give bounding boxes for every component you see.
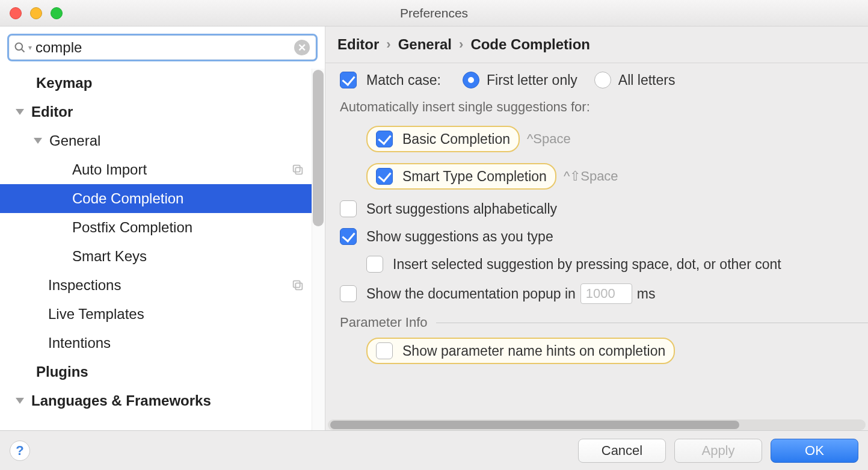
sidebar-item-postfix-completion[interactable]: Postfix Completion	[0, 213, 325, 242]
match-case-checkbox[interactable]	[340, 72, 357, 88]
first-letter-only-radio[interactable]	[463, 72, 479, 88]
insert-by-space-label: Insert selected suggestion by pressing s…	[393, 256, 781, 273]
minimize-window-button[interactable]	[30, 7, 42, 19]
smart-type-completion-shortcut: ^⇧Space	[564, 169, 618, 184]
svg-rect-2	[295, 167, 302, 174]
ok-button[interactable]: OK	[771, 439, 858, 463]
doc-popup-checkbox[interactable]	[340, 285, 357, 302]
search-dropdown-icon[interactable]: ▾	[28, 43, 32, 52]
help-button[interactable]: ?	[10, 441, 30, 461]
smart-type-completion-checkbox[interactable]	[376, 168, 393, 185]
sidebar-scrollbar[interactable]	[312, 69, 325, 430]
horizontal-scrollbar[interactable]	[328, 419, 866, 430]
chevron-right-icon: ›	[386, 37, 390, 52]
search-icon	[14, 42, 26, 54]
chevron-down-icon[interactable]	[31, 138, 49, 144]
sidebar-item-inspections[interactable]: Inspections	[0, 271, 325, 300]
sidebar-item-label: Intentions	[48, 335, 111, 351]
smart-completion-highlight: Smart Type Completion	[366, 163, 556, 190]
sidebar: ▾ ✕ KeymapEditorGeneralAuto ImportCode C…	[0, 26, 325, 430]
doc-popup-prefix-label: Show the documentation popup in	[366, 286, 576, 302]
param-name-hints-highlight: Show parameter name hints on completion	[366, 338, 675, 364]
sidebar-item-label: Postfix Completion	[72, 219, 192, 236]
content-pane: Editor › General › Code Completion Match…	[325, 26, 868, 430]
breadcrumb-general[interactable]: General	[398, 36, 452, 53]
sidebar-item-editor[interactable]: Editor	[0, 97, 325, 126]
sidebar-item-plugins[interactable]: Plugins	[0, 357, 325, 386]
sidebar-item-label: Code Completion	[72, 190, 183, 207]
sidebar-item-intentions[interactable]: Intentions	[0, 329, 325, 357]
chevron-right-icon: ›	[459, 37, 463, 52]
breadcrumb-editor[interactable]: Editor	[337, 36, 379, 53]
sidebar-item-code-completion[interactable]: Code Completion	[0, 184, 325, 213]
titlebar: Preferences	[0, 0, 868, 26]
copy-settings-icon[interactable]	[291, 279, 304, 292]
sidebar-item-languages-frameworks[interactable]: Languages & Frameworks	[0, 386, 325, 415]
sidebar-item-label: General	[49, 132, 100, 149]
all-letters-radio[interactable]	[594, 72, 611, 88]
sidebar-item-label: Inspections	[48, 277, 121, 294]
svg-rect-5	[294, 281, 300, 288]
sidebar-item-live-templates[interactable]: Live Templates	[0, 300, 325, 329]
divider	[436, 323, 868, 323]
param-name-hints-checkbox[interactable]	[376, 342, 393, 359]
sidebar-item-label: Plugins	[36, 363, 88, 380]
all-letters-label: All letters	[618, 72, 676, 88]
sidebar-scrollbar-thumb[interactable]	[313, 70, 324, 226]
basic-completion-highlight: Basic Completion	[366, 126, 520, 152]
copy-settings-icon[interactable]	[291, 163, 304, 176]
basic-completion-shortcut: ^Space	[527, 131, 571, 147]
basic-completion-label: Basic Completion	[402, 131, 510, 147]
smart-type-completion-label: Smart Type Completion	[402, 169, 547, 185]
show-suggestions-label: Show suggestions as you type	[366, 229, 553, 245]
match-case-label: Match case:	[366, 72, 441, 88]
breadcrumb: Editor › General › Code Completion	[325, 26, 868, 63]
zoom-window-button[interactable]	[51, 7, 63, 19]
sort-alphabetically-checkbox[interactable]	[340, 200, 357, 217]
doc-popup-suffix-label: ms	[637, 286, 656, 302]
parameter-info-group: Parameter Info	[340, 315, 868, 330]
search-box[interactable]: ▾ ✕	[7, 34, 318, 61]
sidebar-item-smart-keys[interactable]: Smart Keys	[0, 242, 325, 271]
breadcrumb-code-completion[interactable]: Code Completion	[470, 36, 590, 53]
sidebar-item-general[interactable]: General	[0, 126, 325, 155]
sort-alphabetically-label: Sort suggestions alphabetically	[366, 201, 557, 217]
apply-button[interactable]: Apply	[674, 439, 762, 463]
settings-body: Match case: First letter only All letter…	[325, 63, 868, 430]
insert-by-space-checkbox[interactable]	[366, 256, 383, 273]
doc-popup-delay-input[interactable]	[580, 283, 632, 304]
close-window-button[interactable]	[10, 7, 22, 19]
basic-completion-checkbox[interactable]	[376, 131, 393, 147]
clear-search-button[interactable]: ✕	[294, 40, 310, 55]
auto-insert-label: Automatically insert single suggestions …	[340, 99, 590, 115]
sidebar-item-label: Editor	[31, 104, 73, 120]
svg-rect-4	[295, 283, 302, 289]
search-input[interactable]	[35, 39, 294, 56]
sidebar-item-auto-import[interactable]: Auto Import	[0, 155, 325, 184]
parameter-info-group-label: Parameter Info	[340, 315, 428, 330]
settings-tree: KeymapEditorGeneralAuto ImportCode Compl…	[0, 69, 325, 430]
window-title: Preferences	[400, 6, 468, 20]
chevron-down-icon[interactable]	[13, 109, 31, 115]
sidebar-item-keymap[interactable]: Keymap	[0, 69, 325, 97]
sidebar-item-label: Keymap	[36, 75, 92, 91]
first-letter-only-label: First letter only	[487, 72, 577, 88]
cancel-button[interactable]: Cancel	[578, 439, 666, 463]
sidebar-item-label: Smart Keys	[72, 248, 147, 265]
sidebar-item-label: Languages & Frameworks	[31, 392, 211, 409]
horizontal-scrollbar-thumb[interactable]	[330, 421, 739, 429]
svg-rect-3	[294, 165, 300, 172]
dialog-footer: ? Cancel Apply OK	[0, 430, 868, 470]
svg-point-0	[16, 43, 23, 51]
svg-line-1	[22, 49, 25, 52]
param-name-hints-label: Show parameter name hints on completion	[402, 343, 665, 359]
sidebar-item-label: Live Templates	[48, 306, 144, 323]
window-controls	[0, 7, 63, 19]
sidebar-item-label: Auto Import	[72, 161, 147, 178]
chevron-down-icon[interactable]	[13, 398, 31, 404]
show-suggestions-checkbox[interactable]	[340, 228, 357, 245]
